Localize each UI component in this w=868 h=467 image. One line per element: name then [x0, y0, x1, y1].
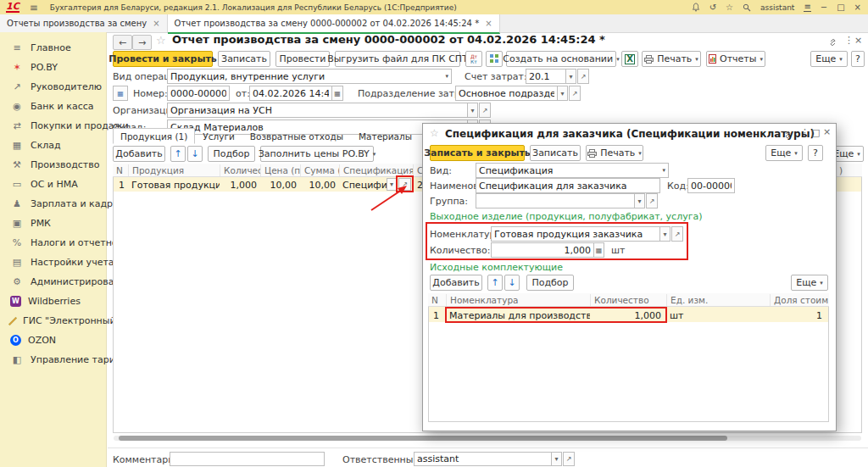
minimize-icon[interactable]: −	[821, 3, 827, 12]
sidebar-item-warehouse[interactable]: ▦Склад	[0, 136, 106, 155]
dialog-get-link-icon[interactable]	[783, 129, 793, 140]
save-button[interactable]: Записать	[218, 51, 270, 67]
sidebar-item-wildberries[interactable]: WWildberries	[0, 292, 106, 311]
dialog-close-icon[interactable]: ×	[823, 126, 831, 137]
col-n[interactable]: N	[428, 294, 446, 306]
comment-field[interactable]	[170, 452, 325, 466]
col-qty[interactable]: Количество	[220, 164, 260, 176]
sidebar-item-bank-cash[interactable]: ◉Банк и касса	[0, 97, 106, 116]
dialog-more-button[interactable]: Еще▾	[765, 145, 803, 161]
cost-account-field[interactable]: 20.1	[526, 69, 566, 84]
get-link-icon[interactable]	[828, 36, 837, 47]
post-button[interactable]: Провести	[275, 51, 330, 67]
set-number-icon[interactable]: ▦	[113, 86, 128, 101]
reports-button[interactable]: Отчеты▾	[706, 51, 765, 67]
sidebar-item-rmk[interactable]: ▣РМК	[0, 214, 106, 233]
responsible-dropdown-icon[interactable]: ▾	[551, 452, 562, 466]
col-product[interactable]: Продукция	[128, 164, 220, 176]
kind-combo[interactable]: Спецификация▾	[476, 163, 669, 178]
tab-services[interactable]: Услуги	[195, 128, 242, 144]
name-field[interactable]: Спецификация для заказчика	[476, 178, 660, 193]
cell-n[interactable]: 1	[113, 179, 128, 192]
chevron-down-icon[interactable]: ▾	[662, 167, 665, 174]
row-up-button[interactable]: ↑	[170, 146, 186, 162]
col-spec[interactable]: Спецификация	[339, 164, 413, 176]
sidebar-item-os-nma[interactable]: ▭ОС и НМА	[0, 175, 106, 194]
chevron-down-icon[interactable]: ▾	[445, 73, 448, 80]
cost-department-dropdown-icon[interactable]: ▾	[557, 86, 568, 101]
favorite-star-icon[interactable]: ☆	[156, 34, 166, 47]
col-cost-share[interactable]: Доля стоимости	[770, 294, 828, 306]
col-sum[interactable]: Сумма (пл...	[300, 164, 339, 176]
calendar-icon[interactable]: ▦	[331, 86, 343, 101]
cell-n[interactable]: 1	[430, 309, 445, 322]
horizontal-scrollbar[interactable]	[114, 436, 861, 441]
cost-department-field[interactable]: Основное подразделение	[455, 86, 558, 101]
operation-kind-combo[interactable]: Продукция, внутренние услуги▾	[167, 69, 452, 84]
cell-product[interactable]: Готовая продукци...	[128, 179, 220, 192]
notifications-bell-icon[interactable]	[692, 3, 700, 12]
tab-close-icon[interactable]: ×	[153, 19, 159, 28]
table-pick-button[interactable]: Подбор	[208, 146, 255, 162]
sidebar-item-accounting-settings[interactable]: ▤Настройки учета	[0, 253, 106, 272]
sidebar-item-ozon[interactable]: OOZON	[0, 331, 106, 350]
sidebar-item-main[interactable]: ≡Главное	[0, 38, 106, 58]
tab-close-icon[interactable]: ×	[485, 19, 492, 28]
cost-account-dropdown-icon[interactable]: ▾	[565, 69, 576, 84]
sidebar-item-administration[interactable]: ⚙Администрирование	[0, 272, 106, 292]
sidebar-item-gis-mark[interactable]: ГИС "Электронный знак"	[0, 311, 106, 331]
cell-cost-share[interactable]: 1	[770, 309, 826, 322]
dialog-save-button[interactable]: Записать	[530, 145, 581, 161]
cell-unit[interactable]: шт	[666, 309, 751, 322]
col-n[interactable]: N	[113, 164, 128, 176]
date-field[interactable]: 04.02.2026 14:45:24	[249, 86, 332, 101]
print-button[interactable]: Печать▾	[642, 51, 701, 67]
sidebar-item-taxes-reports[interactable]: %Налоги и отчетность	[0, 233, 106, 253]
sidebar-item-purchases-sales[interactable]: ⇄Покупки и продажи	[0, 116, 106, 136]
group-field[interactable]	[476, 193, 635, 208]
history-icon[interactable]: ↺	[709, 3, 716, 12]
current-user[interactable]: assistant	[760, 3, 794, 12]
export-spt-button[interactable]: Выгрузить файл для ПК СПТ	[335, 51, 460, 67]
organization-dropdown-icon[interactable]: ▾	[467, 103, 478, 118]
responsible-open-icon[interactable]: ↗	[563, 452, 575, 466]
sidebar-item-poby[interactable]: ✶PO.BY	[0, 58, 106, 77]
form-more-button[interactable]: Еще▾	[810, 51, 848, 67]
organization-open-icon[interactable]: ↗	[479, 103, 491, 118]
dialog-favorite-star-icon[interactable]: ☆	[430, 127, 439, 139]
row-down-button[interactable]: ↓	[187, 146, 203, 162]
tab-materials[interactable]: Материалы	[351, 128, 420, 144]
cell-qty[interactable]: 1,000	[220, 179, 260, 192]
document-structure-icon[interactable]	[486, 51, 503, 67]
cell-price[interactable]: 10,00	[260, 179, 300, 192]
col-unit[interactable]: Ед. изм.	[666, 294, 770, 306]
form-menu-dots-icon[interactable]: ⋮	[844, 35, 854, 46]
dialog-print-button[interactable]: Печать▾	[586, 145, 643, 161]
tab-return-waste[interactable]: Возвратные отходы	[242, 128, 351, 144]
search-icon[interactable]	[743, 3, 751, 12]
sidebar-item-production[interactable]: ⚒Производство	[0, 155, 106, 175]
close-icon[interactable]: ×	[854, 3, 861, 12]
forward-button[interactable]: →	[132, 35, 152, 50]
dialog-row-up-button[interactable]: ↑	[487, 275, 503, 291]
fill-prices-button[interactable]: Заполнить цены PO.BY▾	[260, 146, 374, 162]
number-field[interactable]: 0000-000002	[167, 86, 230, 101]
excel-export-icon[interactable]: X	[621, 51, 638, 67]
favorites-star-icon[interactable]: ☆	[726, 3, 733, 12]
dialog-save-close-button[interactable]: Записать и закрыть	[430, 145, 525, 161]
col-price[interactable]: Цена (плано...	[260, 164, 300, 176]
cost-department-open-icon[interactable]: ↗	[569, 86, 581, 101]
sidebar-item-manager[interactable]: ↗Руководителю	[0, 77, 106, 97]
col-nomenclature[interactable]: Номенклатура	[446, 294, 590, 306]
dialog-maximize-icon[interactable]: □	[811, 127, 820, 138]
post-and-close-button[interactable]: Провести и закрыть	[113, 51, 213, 67]
tab-products[interactable]: Продукция (1)	[113, 128, 195, 144]
sidebar-item-tariff[interactable]: ◧Управление тарифом	[0, 350, 106, 370]
table-add-button[interactable]: Добавить	[113, 146, 165, 162]
responsible-field[interactable]: assistant	[414, 452, 552, 466]
form-close-icon[interactable]: ×	[854, 35, 862, 46]
back-button[interactable]: ←	[113, 35, 132, 50]
cost-account-open-icon[interactable]: ↗	[577, 69, 589, 84]
col-qty[interactable]: Количество	[590, 294, 666, 306]
code-field[interactable]: 00-000009	[687, 178, 735, 193]
